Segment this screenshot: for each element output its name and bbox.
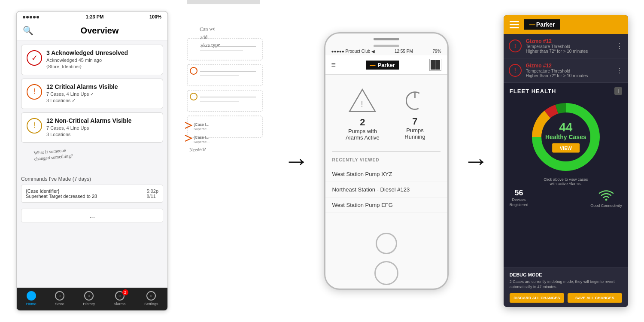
parker-top-bar: — Parker [504,15,628,34]
svg-rect-2 [187,90,262,112]
rv-item-1[interactable]: West Station Pump XYZ [325,167,447,182]
nav-settings-label: Settings [144,302,158,306]
alarms-badge: 2 [122,289,128,295]
center-stats: ! 2 Pumps withAlarms Active 7 PumpsRunni… [325,75,447,149]
connectivity-label: Good Connectivity [590,204,622,209]
hamburger-icon[interactable]: ≡ [331,61,336,70]
info-icon[interactable]: i [614,87,622,95]
pumps-running-label: 7 PumpsRunning [404,116,425,140]
devices-label: DevicesRegistered [510,197,529,207]
healthy-count: 44 [545,122,586,134]
alarm-row-2[interactable]: ! Gizmo #12 Temperature Threshold Higher… [504,58,628,83]
warning-triangle-icon: ! [347,88,377,113]
svg-text:!: ! [192,69,194,73]
parker-logo-right: — Parker [524,19,560,30]
handwriting-note-1: What if someonechanged something? [33,146,73,162]
hamburger-right-icon[interactable] [510,21,519,28]
left-phone: 1:23 PM 100% 🔍 Overview ✓ 3 Acknowledged… [16,11,168,311]
more-button[interactable]: ... [21,209,163,222]
pumps-running-stat[interactable]: 7 PumpsRunning [403,89,427,140]
cmd-time: 5:02p8/11 [147,188,159,199]
devices-count: 56 [510,188,529,197]
nav-home[interactable]: ● Home [26,291,36,306]
healthy-label: Healthy Cases [545,134,586,141]
recently-viewed-label: RECENTLY VIEWED [325,153,447,167]
connectivity-stat: Good Connectivity [590,188,622,209]
cmd-identifier: {Case Identifier} Superheat Target decre… [26,188,97,199]
alarm-card-critical[interactable]: ! 12 Critical Alarms Visible 7 Cases, 4 … [21,79,163,109]
commands-section: Commands I've Made (7 days) {Case Identi… [21,172,163,206]
svg-rect-0 [187,39,262,60]
noncritical-text: 12 Non-Critical Alarms Visible 7 Cases, … [46,117,131,138]
pumps-alarms-label: 2 Pumps withAlarms Active [346,117,380,141]
pumps-alarms-stat[interactable]: ! 2 Pumps withAlarms Active [346,88,380,141]
nav-store[interactable]: ○ Store [55,291,64,306]
signal-dots [23,14,40,19]
sketch-note-1: Can weaddSkre type [200,24,221,50]
time-left: 1:23 PM [86,14,104,19]
nav-history[interactable]: ○ History [83,291,95,306]
alarm-text-2: Gizmo #12 Temperature Threshold Higher t… [526,63,612,78]
debug-buttons: DISCARD ALL CHANGES SAVE ALL CHANGES [510,293,622,303]
svg-text:{Case I...: {Case I... [194,135,210,140]
sketch-area: ! ! {Case I... Superhe... {Case I... Sup… [183,21,269,301]
history-dot: ○ [84,291,94,301]
debug-text: 2 Cases are currently in debug mode, the… [510,279,622,290]
debug-title: DEBUG MODE [510,272,622,277]
logo-dash: — [370,62,376,68]
nav-alarms-label: Alarms [114,302,126,306]
alarm-card-acknowledged[interactable]: ✓ 3 Acknowledged Unresolved Acknowledged… [21,45,163,75]
right-logo-text: Parker [536,21,555,28]
commands-title: Commands I've Made (7 days) [21,174,163,185]
nav-store-label: Store [55,302,64,306]
alarm-circle-2: ! [509,64,522,77]
save-all-button[interactable]: SAVE ALL CHANGES [568,293,622,303]
search-icon[interactable]: 🔍 [23,25,33,36]
center-status-bar: ●●●●● Product Club ◀ 12:55 PM 79% [325,47,447,55]
left-content: ✓ 3 Acknowledged Unresolved Acknowledged… [17,40,167,227]
qr-code-icon [429,59,441,71]
devices-stat: 56 DevicesRegistered [510,188,529,209]
rv-item-2[interactable]: Northeast Station - Diesel #123 [325,182,447,197]
settings-dot: ○ [146,291,156,301]
left-status-bar: 1:23 PM 100% [17,12,167,22]
fleet-header: FLEET HEALTH i [510,87,622,95]
center-battery: 79% [433,49,441,54]
noncritical-title: 12 Non-Critical Alarms Visible [46,117,131,124]
acknowledged-icon: ✓ [27,50,42,66]
critical-text: 12 Critical Alarms Visible 7 Cases, 4 Li… [46,83,118,104]
click-text: Click above to view caseswith active Ala… [510,177,622,186]
home-dot: ● [27,291,36,301]
donut-chart: 44 Healthy Cases VIEW [510,98,622,176]
home-button[interactable] [376,233,397,254]
critical-detail: 7 Cases, 4 Line Ups ✓ 3 Locations ✓ [46,91,118,104]
arrow-left: → [283,148,309,174]
svg-text:!: ! [192,94,194,99]
command-row[interactable]: {Case Identifier} Superheat Target decre… [21,185,163,203]
fleet-section: FLEET HEALTH i 44 Healthy Cases VIEW Cli… [504,83,628,267]
left-header: 🔍 Overview [17,22,167,40]
alarm-row-1[interactable]: ! Gizmo #12 Temperature Threshold Higher… [504,34,628,58]
nav-home-label: Home [26,302,36,306]
alarm-options-2[interactable]: ⋮ [616,67,623,75]
svg-rect-3 [187,116,262,137]
alarm-circle-1: ! [509,39,522,52]
debug-section: DEBUG MODE 2 Cases are currently in debu… [504,267,628,307]
alarm-card-noncritical[interactable]: ! 12 Non-Critical Alarms Visible 7 Cases… [21,112,163,143]
center-time: 12:55 PM [395,49,413,54]
view-button[interactable]: VIEW [552,143,580,152]
rv-item-3[interactable]: West Station Pump EFG [325,197,447,213]
noncritical-detail: 7 Cases, 4 Line Ups 3 Locations [46,125,131,138]
discard-all-button[interactable]: DISCARD ALL CHANGES [510,293,564,303]
alarm-options-1[interactable]: ⋮ [616,42,623,50]
acknowledged-title: 3 Acknowledged Unresolved [46,49,128,56]
center-phone: ●●●●● Product Club ◀ 12:55 PM 79% ≡ — Pa… [324,32,449,290]
overview-title: Overview [38,26,161,36]
nav-settings[interactable]: ○ Settings [144,291,158,306]
logo-text: Parker [378,62,395,68]
fleet-title: FLEET HEALTH [510,88,556,94]
nav-alarms[interactable]: ○ 2 Alarms [114,291,126,306]
svg-text:Superhe...: Superhe... [194,140,210,144]
critical-icon: ! [27,84,42,100]
svg-point-4 [190,67,197,74]
